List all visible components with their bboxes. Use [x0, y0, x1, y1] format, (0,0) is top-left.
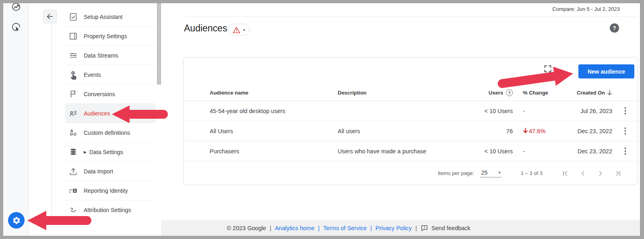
nav-item-label: Conversions — [84, 91, 115, 97]
nav-item-label: Custom definitions — [84, 130, 130, 136]
gear-icon — [12, 216, 21, 225]
audience-change: - — [523, 148, 572, 155]
reports-icon[interactable] — [11, 2, 21, 14]
data-settings-icon — [68, 147, 78, 157]
terms-of-service-link[interactable]: Terms of Service — [323, 225, 367, 231]
arrow-left-icon — [45, 12, 54, 21]
nav-item-reporting-identity[interactable]: Reporting Identity — [65, 181, 155, 200]
nav-divider-line — [52, 10, 52, 220]
audience-created-on: Dec 23, 2022 — [572, 128, 612, 134]
chevron-down-icon: ▾ — [499, 170, 501, 175]
audience-change: - — [523, 108, 572, 114]
screenshot-frame-left — [0, 0, 3, 239]
nav-item-label: Setup Assistant — [84, 14, 123, 20]
nav-item-label: Audiences — [84, 110, 110, 117]
nav-item-data-import[interactable]: Data Import — [65, 162, 155, 181]
nav-item-label: Data Streams — [84, 52, 118, 59]
pagination-bar: Items per page: 25 ▾ 1 – 3 of 3 — [184, 161, 638, 185]
table-row[interactable]: All Users All users 76 47.6% Dec 23, 202… — [184, 121, 638, 141]
audience-description: Users who have made a purchase — [338, 148, 473, 155]
explore-icon[interactable] — [11, 22, 21, 34]
analytics-home-link[interactable]: Analytics home — [275, 225, 314, 231]
nav-item-property-settings[interactable]: Property Settings — [65, 27, 155, 46]
reporting-identity-icon — [68, 186, 78, 196]
column-header-description[interactable]: Description — [338, 90, 473, 96]
chevron-down-icon: ▾ — [243, 28, 245, 32]
nav-item-conversions[interactable]: Conversions — [65, 84, 155, 104]
expand-caret-icon[interactable]: ▶ — [84, 150, 87, 154]
privacy-policy-link[interactable]: Privacy Policy — [376, 225, 412, 231]
conversions-flag-icon — [68, 89, 78, 99]
nav-item-custom-definitions[interactable]: Custom definitions — [65, 123, 155, 142]
footer: © 2023 Google | Analytics home | Terms o… — [161, 220, 640, 236]
nav-item-data-settings[interactable]: ▶ Data Settings — [65, 142, 155, 162]
left-icon-rail — [3, 3, 29, 236]
table-row[interactable]: 45-54-year old desktop users < 10 Users … — [184, 101, 638, 121]
audience-name[interactable]: All Users — [210, 128, 338, 134]
audiences-status-pill[interactable]: ▾ — [228, 24, 250, 36]
screenshot-frame-top — [0, 0, 644, 3]
nav-scrollbar-thumb[interactable] — [157, 3, 161, 84]
first-page-icon[interactable] — [561, 169, 569, 177]
change-down-arrow-icon — [523, 128, 528, 134]
audience-created-on: Jul 26, 2023 — [572, 108, 612, 114]
feedback-icon — [421, 224, 428, 232]
previous-page-icon[interactable] — [579, 169, 587, 177]
next-page-icon[interactable] — [597, 169, 605, 177]
nav-item-label: Events — [84, 72, 101, 78]
annotation-arrow-admin — [27, 210, 96, 231]
audiences-icon — [68, 109, 78, 118]
audience-created-on: Dec 23, 2022 — [572, 148, 612, 155]
last-page-icon[interactable] — [614, 169, 622, 177]
send-feedback-button[interactable]: Send feedback — [421, 224, 471, 232]
annotation-arrow-audiences — [112, 105, 172, 124]
row-menu-kebab-icon[interactable] — [623, 146, 628, 157]
pagination-range: 1 – 3 of 3 — [521, 170, 543, 176]
row-menu-kebab-icon[interactable] — [623, 105, 628, 116]
setup-assistant-icon — [68, 12, 78, 22]
page-size-select[interactable]: 25 ▾ — [480, 169, 502, 177]
property-settings-icon — [68, 31, 78, 41]
nav-item-events[interactable]: Events — [65, 65, 155, 84]
audience-users: < 10 Users — [473, 108, 513, 114]
nav-item-label: Data Settings — [89, 149, 123, 155]
pagination-controls — [561, 169, 622, 177]
ga-admin-screen: Setup Assistant Property Settings Data S… — [0, 0, 644, 239]
page-title: Audiences — [184, 23, 227, 34]
screenshot-frame-bottom — [0, 236, 644, 239]
admin-gear-button[interactable] — [8, 212, 25, 229]
audience-name[interactable]: 45-54-year old desktop users — [210, 108, 338, 114]
audience-change-negative: 47.6% — [523, 128, 572, 134]
audience-description: All users — [338, 128, 473, 134]
new-audience-button[interactable]: New audience — [578, 64, 634, 78]
nav-item-setup-assistant[interactable]: Setup Assistant — [65, 7, 155, 27]
nav-item-label: Data Import — [84, 168, 113, 175]
data-streams-icon — [68, 51, 78, 60]
copyright-text: © 2023 Google — [227, 225, 266, 231]
main-content: Compare: Jun 5 - Jul 2, 2023 Audiences ▾… — [161, 3, 640, 236]
audience-users: < 10 Users — [473, 148, 513, 155]
help-button[interactable]: ? — [610, 23, 619, 33]
events-icon — [68, 70, 78, 80]
audience-users: 76 — [473, 128, 513, 134]
table-row[interactable]: Purchasers Users who have made a purchas… — [184, 141, 638, 161]
custom-definitions-icon — [68, 128, 78, 138]
items-per-page-label: Items per page: — [438, 170, 474, 176]
warning-triangle-icon — [233, 27, 240, 33]
sort-descending-icon — [607, 90, 612, 96]
screenshot-frame-right — [640, 0, 644, 239]
nav-item-label: Property Settings — [84, 33, 127, 39]
compare-date-range[interactable]: Compare: Jun 5 - Jul 2, 2023 — [552, 6, 620, 12]
row-menu-kebab-icon[interactable] — [623, 126, 628, 136]
data-import-icon — [68, 167, 78, 176]
table-header-row: Audience name Description Users ? % Chan… — [184, 85, 638, 101]
header-divider — [186, 16, 637, 17]
nav-item-data-streams[interactable]: Data Streams — [65, 46, 155, 65]
back-button[interactable] — [43, 10, 57, 23]
column-header-audience-name[interactable]: Audience name — [210, 90, 338, 96]
column-header-created-on[interactable]: Created On — [572, 90, 612, 96]
nav-item-label: Reporting Identity — [84, 187, 128, 194]
question-mark: ? — [613, 25, 616, 31]
column-header-change[interactable]: % Change — [523, 90, 572, 96]
audience-name[interactable]: Purchasers — [210, 148, 338, 155]
